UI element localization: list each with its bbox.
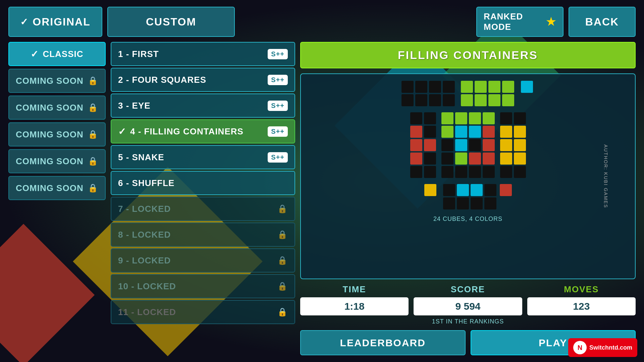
level-item-9[interactable]: 9 - LOCKED 🔒 xyxy=(111,248,295,273)
nintendo-badge: N Switchntd.com xyxy=(568,338,637,357)
coming-soon-label-2: COMING SOON xyxy=(16,103,84,113)
level-item-1[interactable]: 1 - FIRST S++ xyxy=(111,42,295,66)
time-value: 1:18 xyxy=(300,297,409,315)
level-item-11[interactable]: 11 - LOCKED 🔒 xyxy=(111,300,295,324)
level-3-label: 3 - EYE xyxy=(118,101,151,111)
sidebar-item-coming-soon-2[interactable]: COMING SOON 🔒 xyxy=(8,96,106,120)
level-item-3[interactable]: 3 - EYE S++ xyxy=(111,94,295,118)
lock-icon-3: 🔒 xyxy=(88,130,98,139)
puzzle-title: FILLING CONTAINERS xyxy=(300,42,636,68)
level-10-label: 10 - LOCKED xyxy=(118,281,176,292)
nintendo-logo: N xyxy=(573,341,587,354)
time-stat: TIME 1:18 xyxy=(300,284,409,315)
level-item-5[interactable]: 5 - SNAKE S++ xyxy=(111,145,295,169)
content-area: ✓ CLASSIC COMING SOON 🔒 COMING SOON 🔒 CO… xyxy=(8,42,636,355)
nintendo-text: Switchntd.com xyxy=(589,344,632,351)
main-container: ✓ ORIGINAL CUSTOM RANKED MODE ★ BACK ✓ C… xyxy=(0,0,644,362)
right-panel: FILLING CONTAINERS AUTHOR: KUBI GAMES xyxy=(300,42,636,355)
level-11-label: 11 - LOCKED xyxy=(118,307,176,317)
coming-soon-label-4: COMING SOON xyxy=(16,156,84,167)
custom-label: CUSTOM xyxy=(146,16,196,28)
top-spacer xyxy=(240,7,471,37)
puzzle-info: 24 CUBES, 4 COLORS xyxy=(433,216,502,223)
level-4-checkmark: ✓ xyxy=(118,126,126,137)
level-item-2[interactable]: 2 - FOUR SQUARES S++ xyxy=(111,68,295,92)
level-10-left: 10 - LOCKED xyxy=(118,281,176,292)
level-4-label: 4 - FILLING CONTAINERS xyxy=(130,126,244,137)
level-6-label: 6 - SHUFFLE xyxy=(118,178,174,188)
custom-tab[interactable]: CUSTOM xyxy=(107,7,235,37)
star-icon: ★ xyxy=(546,15,556,28)
score-value: 9 594 xyxy=(414,297,522,315)
grid-block-left xyxy=(401,81,455,106)
coming-soon-label-1: COMING SOON xyxy=(16,76,84,86)
classic-checkmark: ✓ xyxy=(31,49,39,60)
level-5-score: S++ xyxy=(268,152,288,163)
grid-section-1 xyxy=(401,81,535,106)
grid-block-ml xyxy=(410,112,436,178)
level-5-left: 5 - SNAKE xyxy=(118,152,164,163)
level-8-label: 8 - LOCKED xyxy=(118,230,171,240)
level-11-left: 11 - LOCKED xyxy=(118,307,176,317)
back-button[interactable]: BACK xyxy=(569,7,636,37)
moves-label: MOVES xyxy=(564,284,599,295)
sidebar: ✓ CLASSIC COMING SOON 🔒 COMING SOON 🔒 CO… xyxy=(8,42,106,355)
stats-section: TIME 1:18 SCORE 9 594 1ST IN THE RANKING… xyxy=(300,284,636,325)
moves-value: 123 xyxy=(527,297,636,315)
score-label: SCORE xyxy=(451,284,485,295)
level-1-score: S++ xyxy=(268,49,288,59)
ranked-mode-label: RANKED MODE xyxy=(484,11,542,32)
coming-soon-label-5: COMING SOON xyxy=(16,183,84,193)
level-2-label: 2 - FOUR SQUARES xyxy=(118,75,206,85)
grid-block-center xyxy=(441,112,495,178)
level-2-left: 2 - FOUR SQUARES xyxy=(118,75,206,85)
level-8-left: 8 - LOCKED xyxy=(118,230,171,240)
isolated-yellow xyxy=(424,184,436,196)
coming-soon-label-3: COMING SOON xyxy=(16,129,84,140)
author-label: AUTHOR: KUBI GAMES xyxy=(603,144,608,208)
sidebar-item-coming-soon-3[interactable]: COMING SOON 🔒 xyxy=(8,122,106,146)
puzzle-preview: AUTHOR: KUBI GAMES xyxy=(300,73,636,279)
play-label: PLAY xyxy=(539,337,567,349)
level-2-score: S++ xyxy=(268,75,288,85)
level-9-lock: 🔒 xyxy=(277,256,288,265)
level-item-6[interactable]: 6 - SHUFFLE xyxy=(111,171,295,195)
lock-icon-2: 🔒 xyxy=(88,103,98,112)
original-label: ORIGINAL xyxy=(33,16,90,28)
level-item-8[interactable]: 8 - LOCKED 🔒 xyxy=(111,223,295,247)
grid-right-bottom xyxy=(500,184,512,196)
original-tab[interactable]: ✓ ORIGINAL xyxy=(8,7,102,37)
level-5-label: 5 - SNAKE xyxy=(118,152,164,163)
sidebar-item-coming-soon-1[interactable]: COMING SOON 🔒 xyxy=(8,69,106,93)
classic-label: CLASSIC xyxy=(43,49,83,59)
leaderboard-button[interactable]: LEADERBOARD xyxy=(300,330,466,355)
grid-block-right-top xyxy=(521,81,535,93)
lock-icon-5: 🔒 xyxy=(88,183,98,193)
level-item-7[interactable]: 7 - LOCKED 🔒 xyxy=(111,197,295,221)
level-7-lock: 🔒 xyxy=(277,204,288,214)
score-stat: SCORE 9 594 1ST IN THE RANKINGS xyxy=(414,284,522,325)
level-item-10[interactable]: 10 - LOCKED 🔒 xyxy=(111,274,295,298)
level-3-left: 3 - EYE xyxy=(118,101,151,111)
level-item-4[interactable]: ✓ 4 - FILLING CONTAINERS S++ xyxy=(111,119,295,143)
sidebar-item-coming-soon-4[interactable]: COMING SOON 🔒 xyxy=(8,149,106,173)
ranking-text: 1ST IN THE RANKINGS xyxy=(432,318,504,325)
lock-icon-1: 🔒 xyxy=(88,76,98,85)
time-label: TIME xyxy=(343,284,366,295)
level-1-label: 1 - FIRST xyxy=(118,49,159,59)
leaderboard-label: LEADERBOARD xyxy=(340,337,426,349)
top-bar: ✓ ORIGINAL CUSTOM RANKED MODE ★ BACK xyxy=(8,7,636,37)
lock-icon-4: 🔒 xyxy=(88,157,98,166)
ranked-mode-button[interactable]: RANKED MODE ★ xyxy=(476,7,564,37)
sidebar-item-coming-soon-5[interactable]: COMING SOON 🔒 xyxy=(8,176,106,200)
level-11-lock: 🔒 xyxy=(277,307,288,317)
back-label: BACK xyxy=(585,16,619,28)
sidebar-item-classic[interactable]: ✓ CLASSIC xyxy=(8,42,106,66)
level-9-label: 9 - LOCKED xyxy=(118,255,171,266)
level-6-left: 6 - SHUFFLE xyxy=(118,178,174,188)
level-list: 1 - FIRST S++ 2 - FOUR SQUARES S++ 3 - E… xyxy=(111,42,295,355)
level-4-score: S++ xyxy=(268,126,288,137)
grid-block-middle xyxy=(461,81,514,106)
level-4-left: ✓ 4 - FILLING CONTAINERS xyxy=(118,126,244,137)
grid-section-3 xyxy=(424,184,512,209)
